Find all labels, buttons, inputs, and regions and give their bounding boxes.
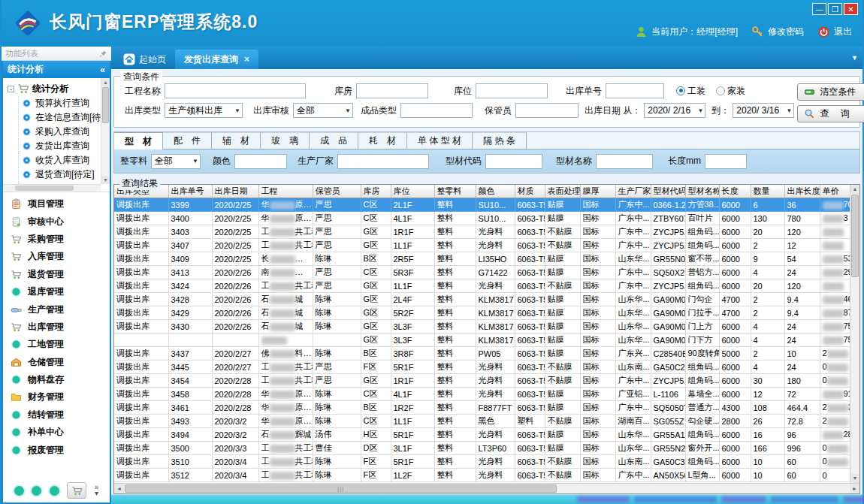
table-row[interactable]: 调拨出库34292020/2/26石城陈琳G区5R2F整料KLM38176063… — [114, 306, 850, 320]
close-button[interactable]: ✕ — [844, 3, 858, 15]
column-header[interactable]: 工程 — [258, 185, 313, 198]
material-tab-4[interactable]: 成 品 — [310, 132, 358, 149]
tree-horizontal-scrollbar[interactable] — [3, 184, 101, 192]
column-header[interactable]: 出库长度 — [784, 185, 820, 198]
search-button[interactable]: 查 询 — [797, 105, 864, 122]
logout-button[interactable]: 退出 — [817, 26, 852, 38]
column-header[interactable]: 库位 — [391, 185, 434, 198]
table-row[interactable]: 调拨出库34582020/2/28华原…陈琳C区4L1F整料光身料6063-T5… — [114, 388, 850, 401]
table-row[interactable]: 调拨出库34612020/2/28华原…陈琳B区1R2F整料F8877FT606… — [114, 401, 850, 415]
scroll-thumb[interactable]: ||| — [125, 484, 557, 493]
column-header[interactable]: 整零料 — [434, 185, 476, 198]
table-row[interactable]: 调拨出库34092020/2/25长…陈琳B区2R5F整料LI35HO6063-… — [114, 252, 850, 266]
whole-piece-select[interactable]: 全部▼ — [151, 154, 201, 169]
tree-item-4[interactable]: 收货入库查询 — [18, 153, 99, 167]
sidebar-item-生产管理[interactable]: 生产管理 — [11, 300, 110, 318]
scroll-thumb[interactable] — [15, 186, 74, 191]
column-header[interactable]: 出库单号 — [168, 185, 212, 198]
scroll-thumb[interactable] — [102, 87, 109, 123]
table-vertical-scrollbar[interactable]: ▲ ▼ — [850, 185, 859, 483]
material-tab-2[interactable]: 辅 材 — [212, 132, 261, 149]
column-header[interactable]: 单价 — [820, 185, 850, 198]
module-dot-button[interactable] — [50, 486, 59, 496]
table-row[interactable]: 调拨出库34542020/2/28工共工程严思G区1R1F整料光身料6063-T… — [114, 374, 850, 388]
column-header[interactable]: 膜厚 — [580, 185, 615, 198]
material-tab-1[interactable]: 配 件 — [163, 132, 212, 149]
column-header[interactable]: 长度 — [719, 185, 751, 198]
minimize-button[interactable]: — — [812, 3, 826, 15]
maker-input[interactable] — [337, 154, 429, 169]
scroll-down-icon[interactable]: ▼ — [850, 474, 859, 483]
sidebar-item-项目管理[interactable]: 项目管理 — [11, 195, 110, 213]
table-row[interactable]: 调拨出库35002020/3/3工共工程曹佳D区3L1F整料LT3P606063… — [114, 442, 850, 455]
scroll-right-icon[interactable]: ► — [850, 484, 859, 493]
table-row[interactable]: 调拨出库34242020/2/26工共工程严思G区1L1F整料光身料6063-T… — [114, 279, 850, 293]
column-header[interactable]: 颜色 — [476, 185, 515, 198]
tab-list-dropdown-icon[interactable]: ▼ — [851, 54, 858, 62]
scroll-thumb[interactable] — [851, 195, 859, 277]
material-tab-5[interactable]: 耗 材 — [358, 132, 407, 149]
column-header[interactable]: 表面处理 — [545, 185, 580, 198]
material-tab-6[interactable]: 单 体 型 材 — [407, 132, 473, 149]
tree-item-3[interactable]: 发货出库查询 — [18, 139, 99, 153]
tree-item-1[interactable]: 在途信息查询[待 — [18, 110, 99, 125]
audit-select[interactable]: 全部▼ — [293, 103, 353, 118]
color-input[interactable] — [234, 154, 287, 169]
tree-item-2[interactable]: 采购入库查询 — [18, 125, 99, 139]
table-row[interactable]: G区3L3F整料KLM38176063-T5贴膜国标山东华...GA90M09.… — [114, 333, 850, 347]
sidebar-item-审核中心[interactable]: 审核中心 — [11, 213, 110, 230]
tab-close-icon[interactable]: × — [244, 54, 249, 65]
scroll-left-icon[interactable]: ◄ — [114, 484, 124, 493]
sidebar-item-入库管理[interactable]: 入库管理 — [11, 248, 110, 265]
tree-root-statistics[interactable]: - 统计分析 — [8, 81, 99, 96]
pin-icon[interactable] — [99, 50, 107, 58]
table-row[interactable]: 调拨出库34302020/2/26石城陈琳G区3L3F整料KLM38176063… — [114, 320, 850, 333]
module-cart-button[interactable] — [67, 482, 86, 499]
maximize-button[interactable]: ❐ — [828, 3, 842, 15]
scroll-up-icon[interactable]: ▲ — [101, 78, 110, 86]
material-tab-7[interactable]: 隔 热 条 — [473, 132, 527, 149]
sidebar-item-结转管理[interactable]: 结转管理 — [11, 406, 110, 424]
column-header[interactable]: 出库日期 — [212, 185, 258, 198]
outbound-type-select[interactable]: 生产领料出库▼ — [165, 103, 243, 118]
module-dot-button[interactable] — [32, 486, 41, 496]
module-dot-button[interactable] — [14, 486, 24, 496]
table-row[interactable]: 调拨出库34072020/2/25工共工程严思G区1L1F整料光身料6063-T… — [114, 239, 850, 252]
table-row[interactable]: 调拨出库34932020/3/2华原…陈琳C区1L1F整料黑色塑料不贴膜国标湖南… — [114, 415, 850, 428]
profile-name-input[interactable] — [596, 154, 653, 169]
tree-expander-icon[interactable]: - — [8, 86, 14, 92]
table-row[interactable]: 调拨出库34452020/2/27工共工程严思F区5R1F整料光身料6063-T… — [114, 361, 850, 374]
date-from-select[interactable]: 2020/ 2/16▼ — [644, 103, 705, 118]
clear-conditions-button[interactable]: 清空条件 — [797, 83, 864, 101]
tree-item-5[interactable]: 退货查询[待定] — [18, 167, 99, 182]
column-header[interactable]: 材质 — [515, 185, 545, 198]
material-tab-0[interactable]: 型 材 — [114, 132, 163, 149]
tab-shipment-outbound-query[interactable]: 发货出库查询 × — [175, 50, 258, 69]
date-to-select[interactable]: 2020/ 3/16▼ — [733, 103, 794, 118]
column-header[interactable]: 数量 — [751, 185, 784, 198]
tab-home[interactable]: 起始页 — [114, 50, 175, 69]
tree-item-0[interactable]: 预算执行查询 — [18, 96, 99, 110]
table-row[interactable]: 调拨出库35122020/3/4工共工程陈琳F区1L2F整料光身料6063-T5… — [114, 469, 850, 482]
table-row[interactable]: 调拨出库34132020/2/26南…严思C区5R3F整料G714226063-… — [114, 266, 850, 279]
menu-overflow-button[interactable]: »▾ — [95, 484, 99, 496]
sidebar-item-报废管理[interactable]: 报废管理 — [11, 441, 110, 458]
scroll-down-icon[interactable]: ▼ — [101, 176, 110, 184]
sidebar-item-财务管理[interactable]: 财务管理 — [11, 388, 110, 406]
sidebar-item-采购管理[interactable]: 采购管理 — [11, 231, 110, 248]
collapse-icon[interactable]: « — [100, 65, 105, 75]
column-header[interactable]: 型材代码 — [651, 185, 685, 198]
column-header[interactable]: 型材名称 — [685, 185, 719, 198]
sidebar-item-退库管理[interactable]: 退库管理 — [11, 283, 110, 300]
tree-vertical-scrollbar[interactable]: ▲ ▼ — [101, 78, 110, 184]
radio-home[interactable]: 家装 — [716, 85, 745, 98]
profile-code-input[interactable] — [485, 154, 542, 169]
table-row[interactable]: 调拨出库34002020/2/25华原…严思C区4L1F整料SU10...606… — [114, 212, 850, 225]
sidebar-item-出库管理[interactable]: 出库管理 — [11, 318, 110, 336]
section-header-statistics[interactable]: 统计分析 « — [3, 61, 110, 78]
table-row[interactable]: 调拨出库34942020/3/2石辉城汤伟H区5R1F整料光身料6063-T5贴… — [114, 428, 850, 442]
sidebar-item-仓储管理[interactable]: 仓储管理 — [11, 354, 110, 371]
keeper-input[interactable] — [515, 103, 579, 118]
table-row[interactable]: 调拨出库34282020/2/26石城陈琳G区2L4F整料KLM38176063… — [114, 293, 850, 306]
table-row[interactable]: 调拨出库34372020/2/27佛料…陈琳B区3R8F整料PW056063-T… — [114, 347, 850, 361]
